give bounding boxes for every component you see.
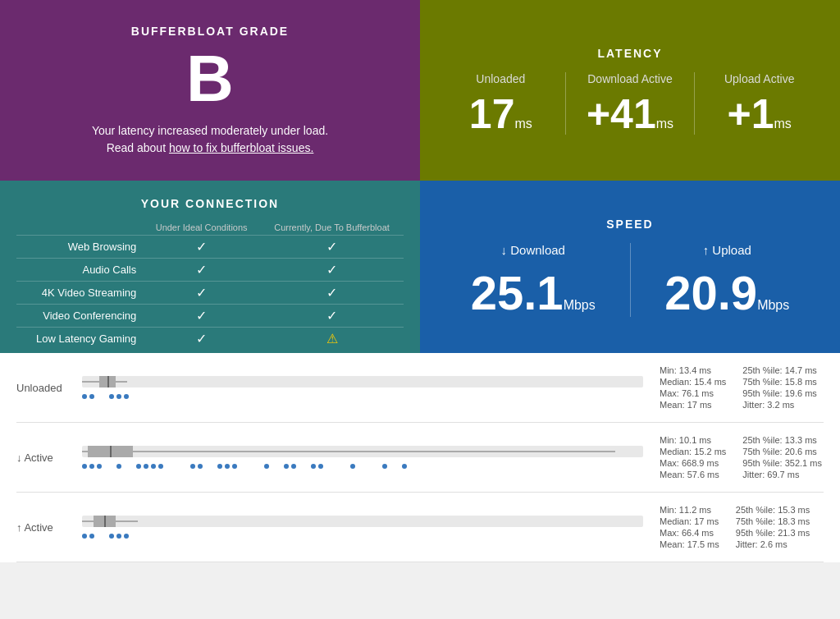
connection-row-col1: ✓ (143, 282, 260, 305)
stat-viz (82, 376, 643, 399)
stat-dot (89, 464, 94, 469)
stat-line: 25th %ile: 15.3 ms (736, 505, 810, 515)
stat-dots (82, 464, 643, 469)
stat-line: Mean: 57.6 ms (660, 470, 726, 479)
latency-unloaded-value: 17ms (469, 94, 532, 135)
stat-label: ↓ Active (16, 452, 82, 464)
stat-line: Min: 10.1 ms (660, 435, 726, 445)
stat-label: Unloaded (16, 382, 82, 394)
connection-panel: YOUR CONNECTION Under Ideal Conditions C… (0, 181, 420, 353)
stat-line: Mean: 17.5 ms (660, 539, 719, 549)
whisker-handle (104, 516, 106, 527)
stat-dot (350, 464, 355, 469)
connection-row-label: Video Conferencing (16, 305, 143, 328)
latency-unloaded-label: Unloaded (476, 72, 525, 85)
latency-download-value: +41ms (587, 94, 673, 135)
stat-line: Jitter: 69.7 ms (742, 470, 822, 479)
connection-row-col1: ✓ (143, 259, 260, 282)
stat-viz (82, 516, 643, 539)
speed-upload-label: ↑ Upload (703, 243, 751, 257)
whisker-line (82, 451, 615, 452)
stat-dot (151, 464, 156, 469)
stat-col-right: 25th %ile: 13.3 ms75th %ile: 20.6 ms95th… (742, 435, 822, 479)
speed-download-value: 25.1Mbps (471, 269, 596, 317)
stat-col-right: 25th %ile: 14.7 ms75th %ile: 15.8 ms95th… (742, 365, 817, 410)
bufferbloat-description: Your latency increased moderately under … (92, 122, 328, 157)
stat-stats: Min: 11.2 msMedian: 17 msMax: 66.4 msMea… (643, 505, 824, 549)
stat-dot (264, 464, 269, 469)
bufferbloat-link[interactable]: how to fix bufferbloat issues. (169, 141, 313, 154)
speed-title: SPEED (606, 218, 653, 231)
connection-col1-header: Under Ideal Conditions (143, 220, 260, 236)
connection-read-more[interactable]: Read More (184, 358, 236, 370)
connection-row: Low Latency Gaming✓⚠ (16, 328, 404, 351)
stat-dot (97, 464, 102, 469)
stat-line: Median: 15.2 ms (660, 447, 726, 456)
connection-col2-header: Currently, Due To Bufferbloat (260, 220, 404, 236)
speed-panel: SPEED ↓ Download 25.1Mbps ↑ Upload 20.9M… (420, 181, 840, 353)
stat-dot (190, 464, 195, 469)
connection-row-label: 4K Video Streaming (16, 282, 143, 305)
latency-values: Unloaded 17ms Download Active +41ms Uplo… (436, 72, 824, 135)
stat-line: 75th %ile: 15.8 ms (742, 377, 817, 387)
connection-row-col2: ✓ (260, 259, 404, 282)
latency-upload-label: Upload Active (724, 72, 795, 85)
speed-upload: ↑ Upload 20.9Mbps (631, 243, 824, 317)
stat-dot (225, 464, 230, 469)
connection-table: Under Ideal Conditions Currently, Due To… (16, 220, 404, 350)
latency-download: Download Active +41ms (566, 72, 696, 135)
stat-line: Min: 13.4 ms (660, 365, 726, 375)
stat-dots (82, 394, 643, 399)
connection-row: Video Conferencing✓✓ (16, 305, 404, 328)
connection-row: Web Browsing✓✓ (16, 236, 404, 259)
whisker-handle (107, 376, 109, 387)
connection-row-col1: ✓ (143, 305, 260, 328)
speed-download: ↓ Download 25.1Mbps (436, 243, 631, 317)
connection-row-col2: ✓ (260, 282, 404, 305)
speed-download-label: ↓ Download (501, 243, 565, 257)
connection-col0-header (16, 220, 143, 236)
stat-col-right: 25th %ile: 15.3 ms75th %ile: 18.3 ms95th… (736, 505, 810, 549)
stat-dot (402, 464, 407, 469)
connection-row-col1: ✓ (143, 328, 260, 351)
connection-row-label: Low Latency Gaming (16, 328, 143, 351)
stat-dot (89, 394, 94, 399)
stat-label: ↑ Active (16, 521, 82, 534)
stat-dot (136, 464, 141, 469)
stat-line: 95th %ile: 352.1 ms (742, 458, 822, 468)
stat-dot (382, 464, 387, 469)
stat-dot (198, 464, 203, 469)
latency-unloaded: Unloaded 17ms (436, 72, 566, 135)
stat-line: Median: 17 ms (660, 516, 719, 526)
stat-col-left: Min: 10.1 msMedian: 15.2 msMax: 668.9 ms… (660, 435, 726, 479)
stat-dot (82, 534, 87, 539)
stat-line: Max: 76.1 ms (660, 388, 726, 398)
connection-row: Audio Calls✓✓ (16, 259, 404, 282)
latency-upload-value: +1ms (728, 94, 792, 135)
stat-line: 25th %ile: 13.3 ms (742, 435, 822, 445)
stat-row: ↓ ActiveMin: 10.1 msMedian: 15.2 msMax: … (16, 423, 824, 493)
stat-dot (291, 464, 296, 469)
stat-line: 25th %ile: 14.7 ms (742, 365, 817, 375)
stat-dot (109, 534, 114, 539)
stat-stats: Min: 13.4 msMedian: 15.4 msMax: 76.1 msM… (643, 365, 824, 410)
bufferbloat-panel: BUFFERBLOAT GRADE B Your latency increas… (0, 0, 420, 181)
stat-dot (158, 464, 163, 469)
stat-line: Max: 66.4 ms (660, 528, 719, 538)
connection-title: YOUR CONNECTION (141, 197, 279, 210)
stat-dot (311, 464, 316, 469)
latency-title: LATENCY (597, 47, 662, 60)
connection-row-label: Web Browsing (16, 236, 143, 259)
stat-line: Jitter: 2.6 ms (736, 539, 810, 549)
stat-dot (284, 464, 289, 469)
stat-line: Max: 668.9 ms (660, 458, 726, 468)
stat-dot (144, 464, 148, 469)
speed-values: ↓ Download 25.1Mbps ↑ Upload 20.9Mbps (436, 243, 824, 317)
stat-line: 75th %ile: 18.3 ms (736, 516, 810, 526)
stat-bar-container (82, 376, 643, 387)
stat-line: 95th %ile: 19.6 ms (742, 388, 817, 398)
stat-line: Mean: 17 ms (660, 400, 726, 410)
stat-line: Median: 15.4 ms (660, 377, 726, 387)
stat-row: UnloadedMin: 13.4 msMedian: 15.4 msMax: … (16, 353, 824, 423)
stat-dots (82, 534, 643, 539)
